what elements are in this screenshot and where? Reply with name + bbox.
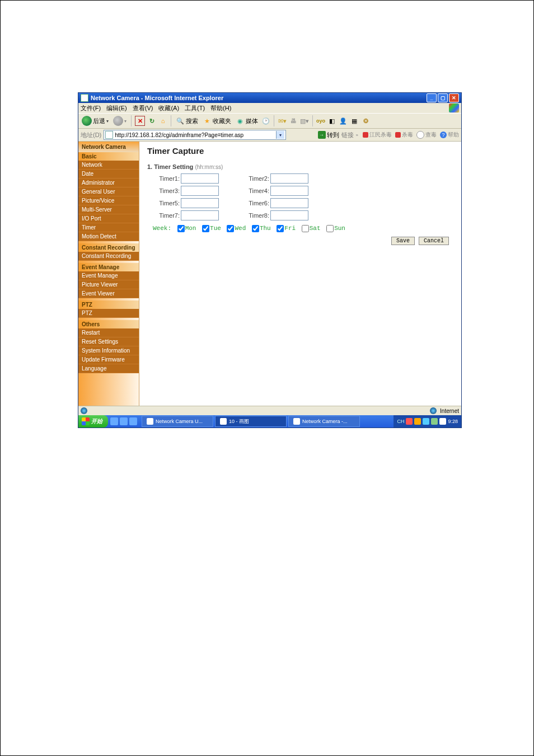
help-link[interactable]: ?帮助 bbox=[440, 131, 459, 139]
go-icon: → bbox=[318, 131, 326, 139]
week-sat-checkbox[interactable] bbox=[302, 225, 309, 232]
sidebar-item-event-manage[interactable]: Event Manage bbox=[78, 271, 139, 280]
menu-bar: 文件(F) 编辑(E) 查看(V) 收藏(A) 工具(T) 帮助(H) bbox=[78, 103, 461, 113]
print-button[interactable]: 🖶 bbox=[289, 116, 298, 125]
sidebar-item-picture-voice[interactable]: Picture/Voice bbox=[78, 196, 139, 205]
minimize-button[interactable]: _ bbox=[427, 93, 437, 102]
tray-icon-5[interactable] bbox=[439, 418, 446, 425]
tray-clock: 9:28 bbox=[448, 419, 458, 424]
sidebar-item-language[interactable]: Language bbox=[78, 364, 139, 373]
help-icon: ? bbox=[440, 132, 447, 138]
extra-button-3[interactable]: ▦ bbox=[350, 116, 359, 125]
sidebar-group-others: Others bbox=[78, 320, 139, 328]
menu-view[interactable]: 查看(V) bbox=[133, 104, 153, 112]
sidebar-item-io-port[interactable]: I/O Port bbox=[78, 214, 139, 223]
close-button[interactable]: ✕ bbox=[449, 93, 459, 102]
quicklaunch-3[interactable] bbox=[129, 417, 137, 425]
sidebar-item-ptz[interactable]: PTZ bbox=[78, 309, 139, 318]
sidebar-item-restart[interactable]: Restart bbox=[78, 328, 139, 337]
extra-button-2[interactable]: 👤 bbox=[339, 116, 348, 125]
timer4-input[interactable] bbox=[270, 186, 308, 196]
zone-icon bbox=[430, 407, 437, 414]
sidebar-item-picture-viewer[interactable]: Picture Viewer bbox=[78, 280, 139, 289]
sidebar-item-multi-server[interactable]: Multi-Server bbox=[78, 205, 139, 214]
sidebar-item-reset-settings[interactable]: Reset Settings bbox=[78, 337, 139, 346]
sidebar-item-event-viewer[interactable]: Event Viewer bbox=[78, 289, 139, 298]
back-icon bbox=[82, 116, 92, 126]
cancel-button[interactable]: Cancel bbox=[419, 237, 449, 245]
sidebar: Network Camera Basic Network Date Admini… bbox=[78, 142, 139, 406]
address-label: 地址(D) bbox=[81, 131, 101, 139]
sidebar-item-motion-detect[interactable]: Motion Detect bbox=[78, 232, 139, 241]
favorites-button[interactable]: ★收藏夹 bbox=[202, 116, 232, 125]
timer6-input[interactable] bbox=[270, 198, 308, 208]
sidebar-item-timer[interactable]: Timer bbox=[78, 223, 139, 232]
timer3-input[interactable] bbox=[181, 186, 219, 196]
week-fri-checkbox[interactable] bbox=[277, 225, 284, 232]
stop-button[interactable]: ✕ bbox=[135, 116, 145, 126]
antivirus-link-1[interactable]: 江民杀毒 bbox=[363, 131, 392, 139]
section-title: 1. Timer Setting (hh:mm:ss) bbox=[147, 163, 453, 170]
timer2-input[interactable] bbox=[270, 173, 308, 184]
sidebar-group-event: Event Manage bbox=[78, 263, 139, 271]
week-wed-checkbox[interactable] bbox=[227, 225, 234, 232]
refresh-button[interactable]: ↻ bbox=[147, 116, 156, 125]
week-tue-checkbox[interactable] bbox=[202, 225, 209, 232]
menu-help[interactable]: 帮助(H) bbox=[210, 104, 231, 112]
history-button[interactable]: 🕑 bbox=[261, 116, 270, 125]
go-button[interactable]: →转到 bbox=[318, 131, 339, 139]
tray-icon-2[interactable] bbox=[414, 418, 421, 425]
taskbar-task-1[interactable]: Network Camera U... bbox=[142, 416, 213, 427]
menu-favorites[interactable]: 收藏(A) bbox=[158, 104, 179, 112]
quicklaunch-2[interactable] bbox=[120, 417, 128, 425]
oyo-button[interactable]: oyo bbox=[316, 116, 325, 125]
task-icon bbox=[293, 418, 300, 425]
timer8-input[interactable] bbox=[270, 210, 308, 220]
mail-button[interactable]: ✉▾ bbox=[278, 116, 287, 125]
week-mon-checkbox[interactable] bbox=[177, 225, 185, 232]
taskbar-task-2[interactable]: 10 - 画图 bbox=[215, 416, 287, 427]
extra-button-1[interactable]: ◧ bbox=[327, 116, 336, 125]
timer5-input[interactable] bbox=[181, 198, 219, 208]
save-button[interactable]: Save bbox=[391, 237, 415, 245]
sidebar-item-network[interactable]: Network bbox=[78, 161, 139, 170]
search-button[interactable]: 🔍搜索 bbox=[175, 116, 199, 125]
toolbar: 后退▾ ▾ ✕ ↻ ⌂ 🔍搜索 ★收藏夹 ◉媒体 🕑 ✉▾ 🖶 ▧▾ oyo ◧… bbox=[78, 113, 461, 129]
scan-link[interactable]: 查毒 bbox=[416, 131, 437, 139]
sidebar-item-constant-recording[interactable]: Constant Recording bbox=[78, 252, 139, 261]
media-button[interactable]: ◉媒体 bbox=[235, 116, 259, 125]
antivirus-link-2[interactable]: 杀毒 bbox=[395, 131, 413, 139]
timer1-input[interactable] bbox=[181, 173, 219, 184]
sidebar-item-date[interactable]: Date bbox=[78, 170, 139, 179]
edit-button[interactable]: ▧▾ bbox=[300, 116, 309, 125]
back-button[interactable]: 后退▾ bbox=[81, 116, 110, 126]
week-row: Week: Mon Tue Wed Thu Fri Sat Sun bbox=[153, 225, 453, 232]
taskbar-task-3[interactable]: Network Camera -... bbox=[288, 416, 360, 427]
timer7-input[interactable] bbox=[181, 210, 219, 220]
week-thu-checkbox[interactable] bbox=[252, 225, 259, 232]
task-icon bbox=[220, 418, 227, 425]
ie-throbber-icon bbox=[449, 104, 459, 112]
url-dropdown-icon[interactable]: ▾ bbox=[276, 131, 284, 139]
tray-icon-4[interactable] bbox=[431, 418, 438, 425]
forward-button[interactable]: ▾ bbox=[112, 116, 128, 126]
window-titlebar: Network Camera - Microsoft Internet Expl… bbox=[78, 93, 461, 103]
menu-tools[interactable]: 工具(T) bbox=[185, 104, 205, 112]
maximize-button[interactable]: ▢ bbox=[438, 93, 448, 102]
tray-icon-1[interactable] bbox=[406, 418, 413, 425]
task-icon bbox=[147, 418, 153, 425]
sidebar-item-system-info[interactable]: System Information bbox=[78, 346, 139, 355]
status-bar: Internet bbox=[78, 406, 461, 415]
sidebar-item-update-firmware[interactable]: Update Firmware bbox=[78, 355, 139, 364]
menu-edit[interactable]: 编辑(E) bbox=[106, 104, 127, 112]
sidebar-item-administrator[interactable]: Administrator bbox=[78, 179, 139, 187]
home-button[interactable]: ⌂ bbox=[158, 116, 167, 125]
start-button[interactable]: 开始 bbox=[78, 415, 108, 428]
week-sun-checkbox[interactable] bbox=[326, 225, 334, 232]
quicklaunch-1[interactable] bbox=[110, 417, 118, 425]
extra-button-4[interactable]: ❂ bbox=[361, 116, 370, 125]
menu-file[interactable]: 文件(F) bbox=[81, 104, 101, 112]
sidebar-item-general-user[interactable]: General User bbox=[78, 187, 139, 196]
tray-icon-3[interactable] bbox=[423, 418, 429, 425]
url-input[interactable]: http://192.168.1.82/cgi/adminframe?Page=… bbox=[104, 130, 286, 140]
